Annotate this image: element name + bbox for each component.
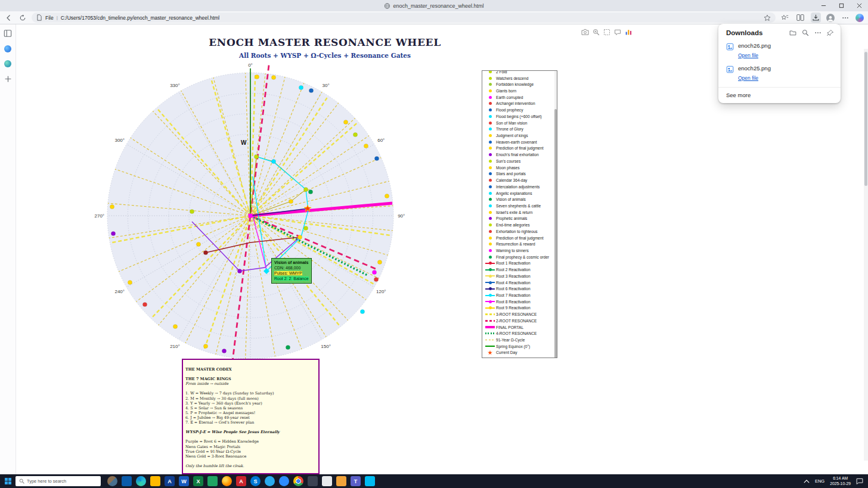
legend-item[interactable]: 2 Fold: [484, 70, 557, 75]
legend-item[interactable]: Root 2 Reactivation: [484, 266, 557, 273]
taskbar-app-icon-sheets[interactable]: [207, 476, 218, 486]
legend-item[interactable]: Root 1 Reactivation: [484, 260, 557, 267]
downloads-more-icon[interactable]: [814, 29, 822, 36]
back-button[interactable]: [4, 13, 14, 23]
taskbar-app-icon-photo-tile[interactable]: [107, 476, 117, 486]
legend-item[interactable]: Prophetic animals: [484, 216, 557, 222]
pinned-site-icon[interactable]: [4, 45, 11, 52]
settings-menu-button[interactable]: [840, 13, 850, 23]
page-scrollbar[interactable]: [864, 49, 868, 461]
legend-item[interactable]: Calendar 364-day: [484, 177, 557, 184]
address-bar[interactable]: File | C:/Users/17053/cdn_timeline.py/en…: [32, 13, 776, 23]
legend-item[interactable]: Prediction of final judgment: [484, 145, 557, 152]
legend-item[interactable]: Prediction of final judgment: [484, 235, 557, 241]
legend-item[interactable]: Forbidden knowledge: [484, 81, 557, 88]
legend-item[interactable]: 91-Year Ω-Cycle: [484, 337, 557, 343]
taskbar-app-icon-edge[interactable]: [136, 476, 146, 486]
legend-item[interactable]: Archangel intervention: [484, 101, 557, 107]
taskbar-app-icon-zoom[interactable]: [279, 476, 289, 486]
legend-item[interactable]: 3-ROOT RESONANCE: [484, 311, 557, 318]
legend-item[interactable]: Giants born: [484, 88, 557, 94]
legend-item[interactable]: Watchers descend: [484, 75, 557, 82]
start-button[interactable]: [0, 478, 16, 484]
legend-item[interactable]: Root 9 Reactivation: [484, 305, 557, 312]
pin-panel-icon[interactable]: [827, 29, 834, 36]
taskbar-app-icon-explorer[interactable]: [150, 476, 160, 486]
taskbar-app-icon-word[interactable]: W: [179, 476, 189, 486]
resonance-wheel-chart[interactable]: 0°30°60°90°120°150°210°240°270°300°330°W: [16, 24, 660, 382]
legend-item[interactable]: Resurrection & reward: [484, 241, 557, 247]
legend-item[interactable]: Seven shepherds & cattle: [484, 203, 557, 209]
legend-item[interactable]: Final prophecy & cosmic order: [484, 254, 557, 260]
window-maximize-button[interactable]: [832, 0, 850, 11]
legend-scrollbar-thumb[interactable]: [554, 109, 557, 358]
legend-item[interactable]: Root 7 Reactivation: [484, 292, 557, 299]
legend-item[interactable]: Earth corrupted: [484, 94, 557, 101]
legend-item[interactable]: Sun's courses: [484, 158, 557, 164]
taskbar-app-icon-folder[interactable]: [336, 476, 346, 486]
download-item[interactable]: enoch26.pngOpen file: [718, 39, 841, 61]
favorites-star-icon[interactable]: [764, 14, 771, 21]
refresh-button[interactable]: [18, 13, 27, 23]
window-close-button[interactable]: [850, 0, 868, 11]
legend-item[interactable]: Throne of Glory: [484, 126, 557, 132]
legend-item[interactable]: Flood prophecy: [484, 107, 557, 113]
browser-tab[interactable]: enoch_master_resonance_wheel.html: [384, 0, 483, 11]
copilot-button[interactable]: [855, 14, 864, 22]
taskbar-app-icon-notepad[interactable]: [322, 476, 332, 486]
search-downloads-icon[interactable]: [802, 29, 809, 36]
open-file-link[interactable]: Open file: [738, 75, 758, 81]
download-item[interactable]: enoch25.pngOpen file: [718, 61, 841, 84]
legend-item[interactable]: Root 6 Reactivation: [484, 285, 557, 292]
legend-item[interactable]: Flood begins (+600 offset): [484, 113, 557, 120]
legend-item[interactable]: Warning to sinners: [484, 247, 557, 254]
legend-item[interactable]: Intercalation adjustments: [484, 184, 557, 190]
downloads-button[interactable]: [811, 13, 821, 23]
legend-item[interactable]: FINAL PORTAL: [484, 324, 557, 331]
taskbar-app-icon-mail[interactable]: [122, 476, 132, 486]
page-scrollbar-thumb[interactable]: [864, 52, 867, 186]
workspaces-icon[interactable]: [4, 29, 12, 38]
legend-item[interactable]: Current Day: [484, 350, 557, 356]
legend-item[interactable]: Moon phases: [484, 164, 557, 171]
taskbar-app-icon-access[interactable]: A: [165, 476, 175, 486]
action-center-icon[interactable]: [856, 478, 863, 484]
taskbar-clock[interactable]: 6:14 AM 2025-10-29: [830, 476, 851, 486]
legend-item[interactable]: Judgment of kings: [484, 132, 557, 139]
add-to-rail-plus-icon[interactable]: [4, 75, 12, 83]
zoom-icon[interactable]: [593, 29, 600, 36]
legend-item[interactable]: 4-ROOT RESONANCE: [484, 330, 557, 337]
legend-item[interactable]: Root 4 Reactivation: [484, 279, 557, 286]
profile-avatar[interactable]: [826, 14, 835, 22]
taskbar-app-icon-skype[interactable]: S: [250, 476, 261, 486]
taskbar-app-icon-telegram[interactable]: [265, 476, 275, 486]
box-select-icon[interactable]: [603, 29, 610, 36]
split-screen-button[interactable]: [795, 13, 805, 23]
legend-item[interactable]: Angelic explanations: [484, 190, 557, 197]
camera-icon[interactable]: [581, 29, 589, 35]
open-file-link[interactable]: Open file: [738, 52, 758, 58]
legend-item[interactable]: Root 8 Reactivation: [484, 299, 557, 305]
taskbar-app-icon-excel[interactable]: X: [193, 476, 203, 486]
taskbar-app-icon-firefox[interactable]: [222, 476, 232, 486]
taskbar-app-icon-chrome[interactable]: [293, 476, 303, 486]
legend-item[interactable]: Spring Equinox (0°): [484, 343, 557, 350]
legend-item[interactable]: Exhortation to righteous: [484, 228, 557, 235]
downloads-see-more[interactable]: See more: [718, 87, 841, 103]
plotly-logo[interactable]: [625, 28, 633, 36]
legend-item[interactable]: Heaven-earth covenant: [484, 139, 557, 145]
legend-item[interactable]: Root 3 Reactivation: [484, 273, 557, 279]
taskbar-app-icon-teams[interactable]: T: [351, 476, 361, 486]
legend-item[interactable]: Israel's exile & return: [484, 209, 557, 216]
pinned-site-icon-2[interactable]: [4, 60, 11, 67]
language-indicator[interactable]: ENG: [815, 478, 824, 484]
tray-expand-chevron-icon[interactable]: [804, 479, 810, 484]
taskbar-app-icon-media[interactable]: [365, 476, 375, 486]
legend-item[interactable]: Son of Man vision: [484, 120, 557, 126]
hover-compare-icon[interactable]: [614, 29, 621, 36]
legend-item[interactable]: 2-ROOT RESONANCE: [484, 318, 557, 324]
legend-item[interactable]: Enoch's final exhortation: [484, 151, 557, 158]
legend-item[interactable]: End-time allegories: [484, 222, 557, 228]
favorites-bar-button[interactable]: [780, 13, 790, 23]
window-minimize-button[interactable]: [814, 0, 832, 11]
